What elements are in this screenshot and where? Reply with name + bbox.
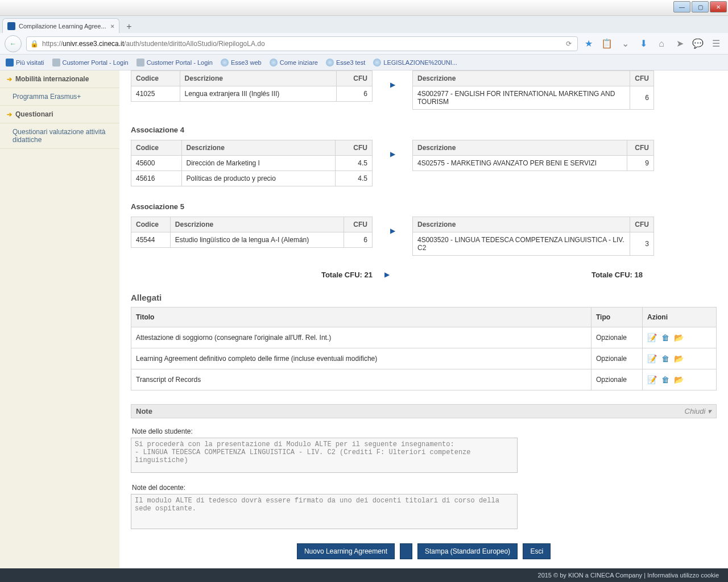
association-heading: Associazione 4: [131, 126, 717, 134]
sidebar-item-erasmus[interactable]: Programma Erasmus+: [0, 88, 119, 106]
assoc4-right-table: DescrizioneCFU 4S02575 - MARKETING AVANZ…: [412, 140, 654, 171]
main-content: CodiceDescrizioneCFU 41025 Lengua extran…: [119, 70, 728, 576]
sidebar-item-quest-val[interactable]: Questionari valutazione attività didatti…: [0, 123, 119, 149]
separator-button[interactable]: [400, 543, 412, 559]
globe-icon: [221, 59, 229, 66]
lock-icon: 🔒: [30, 40, 39, 48]
allegati-table: TitoloTipoAzioni Attestazione di soggior…: [131, 307, 717, 390]
url-path: /auth/studente/dirittoAlloStudio/Riepilo…: [124, 40, 265, 48]
bookmark-item[interactable]: Più visitati: [6, 59, 44, 66]
student-note-textarea[interactable]: [131, 438, 518, 473]
favicon-icon: [7, 22, 15, 30]
globe-icon: [326, 59, 334, 66]
table-row: 45616Políticas de producto y precio4.5: [131, 171, 373, 186]
sidebar-item-mobility[interactable]: ➔Mobilità internazionale: [0, 70, 119, 88]
edit-icon[interactable]: 📝: [647, 375, 657, 384]
table-row: Learning Agreement definitivo completo d…: [131, 348, 717, 369]
arrow-right-icon: ➔: [7, 111, 12, 118]
bookmark-item[interactable]: Customer Portal - Login: [52, 59, 129, 66]
new-tab-button[interactable]: +: [122, 20, 136, 33]
browser-toolbar: ← 🔒 https://univr.esse3.cineca.it/auth/s…: [0, 33, 728, 55]
window-minimize-button[interactable]: —: [673, 1, 690, 13]
delete-icon[interactable]: 🗑: [661, 354, 669, 363]
pocket-icon[interactable]: ⌄: [618, 36, 632, 51]
sidebar-item-questionari[interactable]: ➔Questionari: [0, 106, 119, 123]
window-titlebar: — ▢ ✕: [0, 0, 728, 16]
back-button[interactable]: ←: [5, 35, 22, 52]
allegati-heading: Allegati: [131, 293, 717, 302]
table-row: Transcript of Records Opzionale 📝🗑📂: [131, 369, 717, 390]
assoc5-left-table: CodiceDescrizioneCFU 45544Estudio lingüí…: [131, 217, 373, 248]
send-icon[interactable]: ➤: [672, 36, 687, 51]
edit-icon[interactable]: 📝: [647, 354, 657, 363]
table-row: 4S003520 - LINGUA TEDESCA COMPETENZA LIN…: [413, 232, 654, 256]
reload-icon[interactable]: ⟳: [564, 40, 574, 48]
table-row: 41025 Lengua extranjera III (Inglés III)…: [131, 86, 373, 102]
arrow-right-icon: ➔: [7, 76, 12, 83]
table-row: 4S02575 - MARKETING AVANZATO PER BENI E …: [413, 156, 654, 171]
note-header: Note Chiudi ▾: [131, 404, 717, 418]
chat-icon[interactable]: 💬: [690, 36, 705, 51]
download-icon[interactable]: ⬇: [636, 36, 651, 51]
bookmark-icon: [52, 59, 60, 66]
menu-icon[interactable]: ☰: [709, 36, 723, 51]
esci-button[interactable]: Esci: [523, 543, 551, 559]
window-close-button[interactable]: ✕: [710, 1, 727, 13]
url-host: univr.esse3.cineca.it: [63, 40, 124, 48]
stampa-button[interactable]: Stampa (Standard Europeo): [417, 543, 518, 559]
table-row: 45544Estudio lingüístico de la lengua A-…: [131, 232, 373, 248]
url-bar[interactable]: 🔒 https://univr.esse3.cineca.it/auth/stu…: [26, 36, 578, 51]
globe-icon: [373, 59, 381, 66]
association-heading: Associazione 5: [131, 202, 717, 211]
sidebar: ➔Mobilità internazionale Programma Erasm…: [0, 70, 119, 576]
bookmark-item[interactable]: Come iniziare: [270, 59, 318, 66]
delete-icon[interactable]: 🗑: [661, 375, 669, 384]
totals-row: Totale CFU: 21 ▶ Totale CFU: 18: [131, 271, 717, 279]
clipboard-icon[interactable]: 📋: [599, 36, 614, 51]
open-folder-icon[interactable]: 📂: [674, 354, 684, 363]
arrow-right-icon: ▶: [384, 140, 401, 158]
bookmark-item[interactable]: Customer Portal - Login: [136, 59, 213, 66]
globe-icon: [270, 59, 278, 66]
browser-tabstrip: Compilazione Learning Agree... × +: [0, 16, 728, 33]
home-icon[interactable]: ⌂: [654, 36, 669, 51]
bookmark-icon: [6, 59, 14, 66]
note-close-link[interactable]: Chiudi ▾: [685, 407, 712, 415]
star-icon[interactable]: ★: [581, 36, 596, 51]
arrow-right-icon: ▶: [373, 271, 401, 279]
assoc-right-table: DescrizioneCFU 4S002977 - ENGLISH FOR IN…: [412, 70, 654, 110]
tab-close-icon[interactable]: ×: [110, 23, 114, 30]
nuovo-button[interactable]: Nuovo Learning Agreement: [297, 543, 395, 559]
open-folder-icon[interactable]: 📂: [674, 333, 684, 342]
button-row: Nuovo Learning Agreement Stampa (Standar…: [131, 543, 717, 559]
edit-icon[interactable]: 📝: [647, 333, 657, 342]
url-prefix: https://: [42, 40, 63, 48]
assoc-left-table: CodiceDescrizioneCFU 41025 Lengua extran…: [131, 70, 373, 102]
teacher-note-label: Note del docente:: [132, 484, 717, 492]
table-row: 4S002977 - ENGLISH FOR INTERNATIONAL MAR…: [413, 86, 654, 110]
open-folder-icon[interactable]: 📂: [674, 375, 684, 384]
table-row: Attestazione di soggiorno (consegnare l'…: [131, 327, 717, 348]
footer: 2015 © by KION a CINECA Company | Inform…: [0, 568, 728, 576]
bookmark-item[interactable]: Esse3 test: [326, 59, 365, 66]
teacher-note-textarea[interactable]: [131, 494, 518, 529]
table-row: 45600Dirección de Marketing I4.5: [131, 156, 373, 171]
assoc5-right-table: DescrizioneCFU 4S003520 - LINGUA TEDESCA…: [412, 217, 654, 256]
bookmark-item[interactable]: LEGISLAZIONE%20UNI...: [373, 59, 457, 66]
delete-icon[interactable]: 🗑: [661, 333, 669, 342]
student-note-label: Note dello studente:: [132, 427, 717, 435]
arrow-right-icon: ▶: [384, 217, 401, 235]
note-title: Note: [136, 407, 152, 415]
bookmarks-bar: Più visitati Customer Portal - Login Cus…: [0, 55, 728, 70]
bookmark-icon: [136, 59, 144, 66]
window-maximize-button[interactable]: ▢: [692, 1, 709, 13]
arrow-right-icon: ▶: [384, 70, 401, 89]
tab-title: Compilazione Learning Agree...: [19, 23, 106, 30]
assoc4-left-table: CodiceDescrizioneCFU 45600Dirección de M…: [131, 140, 373, 186]
browser-tab[interactable]: Compilazione Learning Agree... ×: [2, 18, 119, 33]
bookmark-item[interactable]: Esse3 web: [221, 59, 262, 66]
